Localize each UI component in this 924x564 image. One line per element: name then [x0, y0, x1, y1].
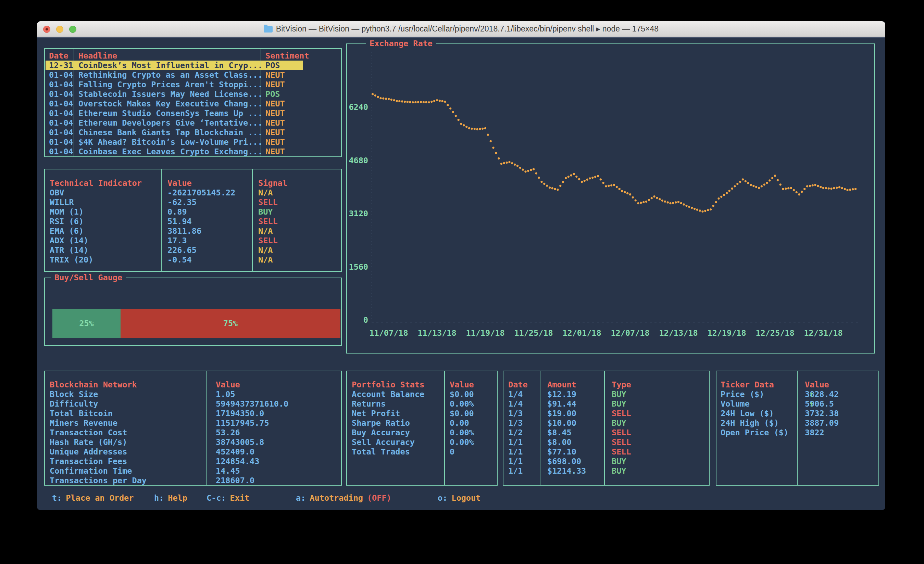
- cell-name: Sell Accuracy: [352, 437, 415, 447]
- cell-amount: $77.10: [547, 447, 576, 456]
- table-row[interactable]: 01-04 Stablecoin Issuers May Need Licens…: [45, 89, 341, 99]
- cell-value: 0: [450, 447, 454, 456]
- cell-headline: Chinese Bank Giants Tap Blockchain ...: [78, 128, 262, 137]
- hint-label: Place an Order: [66, 493, 134, 503]
- table-row[interactable]: 01-04 Rethinking Crypto as an Asset Clas…: [45, 70, 341, 80]
- cell-value: 17.3: [168, 236, 187, 245]
- cell-amount: $1214.33: [547, 466, 586, 476]
- table-row: Sharpe Ratio0.00: [347, 418, 497, 428]
- cell-value: 3811.86: [168, 226, 201, 236]
- cell-amount: $8.45: [547, 428, 572, 437]
- table-row[interactable]: 01-04 Falling Crypto Prices Aren't Stopp…: [45, 80, 341, 89]
- cell-value: 218607.0: [216, 476, 255, 485]
- cell-date: 01-04: [49, 128, 73, 137]
- cell-indicator: RSI (6): [50, 217, 84, 226]
- table-row: ATR (14) 226.65 N/A: [45, 245, 341, 255]
- hint-place-order: t:Place an Order: [52, 493, 134, 503]
- desktop: BitVision — BitVision — python3.7 /usr/l…: [0, 0, 924, 564]
- cell-name: Account Balance: [352, 389, 424, 399]
- col-indicator: Technical Indicator: [50, 178, 142, 188]
- key-a: a:: [296, 493, 306, 503]
- cell-signal: N/A: [258, 226, 273, 236]
- cell-date: 01-04: [49, 147, 73, 156]
- table-row: Sell Accuracy0.00%: [347, 437, 497, 447]
- x-tick-label: 11/19/18: [461, 328, 509, 338]
- table-row: Account Balance$0.00: [347, 389, 497, 399]
- col-value: Value: [450, 380, 474, 389]
- y-tick-label: 6240: [347, 102, 368, 112]
- cell-type: BUY: [612, 466, 626, 476]
- cell-type: BUY: [612, 399, 626, 408]
- col-amount: Amount: [547, 380, 576, 389]
- hint-help: h:Help: [154, 493, 188, 503]
- cell-value: 3732.38: [805, 408, 839, 418]
- cell-date: 01-04: [49, 70, 73, 80]
- cell-sentiment: NEUT: [266, 70, 285, 80]
- terminal-window: BitVision — BitVision — python3.7 /usr/l…: [37, 21, 885, 510]
- table-row: Net Profit$0.00: [347, 408, 497, 418]
- cell-value: 5949437371610.0: [216, 399, 288, 408]
- table-row[interactable]: 01-04 Ethereum Studio ConsenSys Teams Up…: [45, 108, 341, 118]
- cell-value: 17194350.0: [216, 408, 264, 418]
- indicators-header: Technical Indicator Value Signal: [45, 178, 341, 188]
- cell-headline: $4K Ahead? Bitcoin’s Low-Volume Pri...: [78, 137, 262, 147]
- y-tick-label: 3120: [347, 209, 368, 218]
- cell-value: 11517945.75: [216, 418, 269, 428]
- cell-signal: SELL: [258, 236, 278, 245]
- table-row: 1/1$1214.33BUY: [504, 466, 709, 476]
- cell-type: BUY: [612, 456, 626, 466]
- cell-signal: N/A: [258, 255, 273, 265]
- cell-amount: $698.00: [547, 456, 581, 466]
- cell-value: 0.89: [168, 207, 187, 217]
- cell-value: 14.45: [216, 466, 240, 476]
- table-row[interactable]: 01-04 Chinese Bank Giants Tap Blockchain…: [45, 128, 341, 137]
- table-row[interactable]: 01-04 $4K Ahead? Bitcoin’s Low-Volume Pr…: [45, 137, 341, 147]
- cell-date: 12-31: [49, 61, 73, 70]
- table-row: 24H High ($)3887.09: [717, 418, 879, 428]
- window-title: BitVision — BitVision — python3.7 /usr/l…: [37, 24, 885, 33]
- gauge-sell-segment: 75%: [120, 309, 340, 338]
- price-line-chart: [347, 44, 874, 353]
- cell-sentiment: NEUT: [266, 137, 285, 147]
- blockchain-header: Blockchain Network Value: [45, 380, 341, 389]
- cell-date: 01-04: [49, 80, 73, 89]
- cell-name: Price ($): [721, 389, 764, 399]
- cell-value: 53.26: [216, 428, 240, 437]
- cell-value: 0.00%: [450, 399, 474, 408]
- cell-headline: Overstock Makes Key Executive Chang...: [78, 99, 262, 108]
- cell-sentiment: NEUT: [266, 128, 285, 137]
- autotrading-state: (OFF): [367, 493, 392, 503]
- table-row: Volume5906.5↑: [717, 399, 879, 408]
- cell-name: Net Profit: [352, 408, 400, 418]
- cell-value: 0.00%: [450, 428, 474, 437]
- cell-indicator: TRIX (20): [50, 255, 93, 265]
- table-row: RSI (6) 51.94 SELL: [45, 217, 341, 226]
- col-name: Blockchain Network: [50, 380, 137, 389]
- cell-signal: SELL: [258, 217, 278, 226]
- y-tick-label: 1560: [347, 262, 368, 272]
- cell-headline: CoinDesk’s Most Influential in Cryp...: [78, 61, 262, 70]
- table-row[interactable]: 01-04 Overstock Makes Key Executive Chan…: [45, 99, 341, 108]
- table-row: 1/3$19.00SELL: [504, 408, 709, 418]
- table-row: EMA (6) 3811.86 N/A: [45, 226, 341, 236]
- cell-date: 01-04: [49, 89, 73, 99]
- hint-autotrading: a:Autotrading(OFF): [296, 493, 392, 503]
- table-row[interactable]: 12-31 CoinDesk’s Most Influential in Cry…: [45, 61, 341, 70]
- gauge-buy-segment: 25%: [52, 309, 120, 338]
- cell-value: -0.54: [168, 255, 192, 265]
- col-sentiment: Sentiment: [266, 51, 309, 61]
- table-row: OBV -2621705145.22 N/A: [45, 188, 341, 197]
- table-row: Open Price ($)3822: [717, 428, 879, 437]
- buy-sell-gauge: 25% 75%: [52, 309, 340, 338]
- cell-value: 3887.09: [805, 418, 839, 428]
- cell-type: BUY: [612, 389, 626, 399]
- cell-indicator: OBV: [50, 188, 64, 197]
- table-row[interactable]: 01-04 Ethereum Developers Give ‘Tentativ…: [45, 118, 341, 128]
- cell-name: Returns: [352, 399, 386, 408]
- cell-sentiment: NEUT: [266, 99, 285, 108]
- cell-sentiment: NEUT: [266, 147, 285, 156]
- table-row[interactable]: 01-04 Coinbase Exec Leaves Crypto Exchan…: [45, 147, 341, 156]
- key-h: h:: [154, 493, 164, 503]
- cell-name: Open Price ($): [721, 428, 788, 437]
- x-tick-label: 11/07/18: [365, 328, 412, 338]
